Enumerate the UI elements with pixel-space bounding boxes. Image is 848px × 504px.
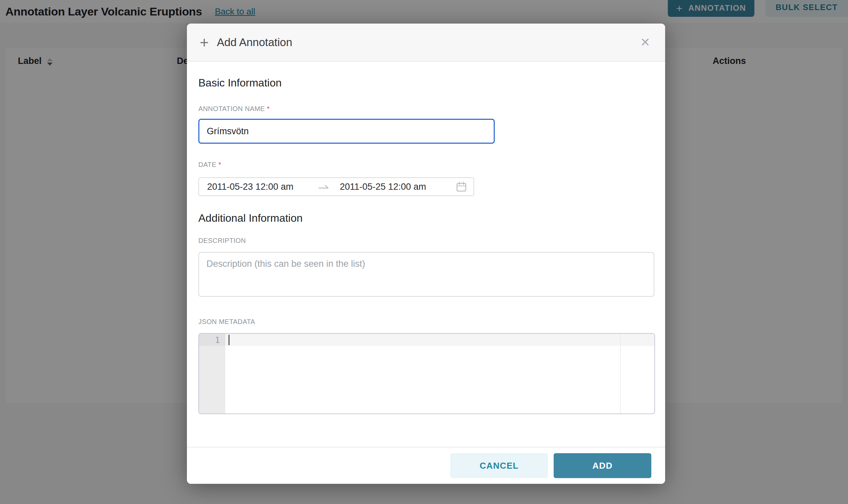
basic-information-heading: Basic Information — [198, 76, 654, 89]
editor-line-number: 1 — [199, 334, 225, 346]
editor-text-cursor — [228, 335, 230, 345]
modal-footer: CANCEL ADD — [187, 447, 665, 484]
annotation-layer-page: Annotation Layer Volcanic Eruptions Back… — [0, 0, 848, 504]
arrow-right-icon — [318, 183, 329, 191]
description-label: DESCRIPTION — [198, 236, 654, 245]
editor-active-line — [225, 334, 654, 346]
add-annotation-modal: + Add Annotation ✕ Basic Information ANN… — [187, 23, 665, 484]
close-icon[interactable]: ✕ — [640, 36, 650, 49]
date-range-end[interactable]: 2011-05-25 12:00 am — [340, 182, 426, 192]
date-range-start[interactable]: 2011-05-23 12:00 am — [207, 182, 318, 192]
required-asterisk: * — [267, 105, 270, 112]
json-metadata-label: JSON METADATA — [198, 318, 654, 326]
editor-print-margin — [620, 334, 621, 414]
additional-information-heading: Additional Information — [198, 212, 654, 224]
modal-body: Basic Information ANNOTATION NAME* DATE*… — [187, 61, 665, 414]
calendar-icon — [456, 181, 467, 192]
annotation-name-input[interactable] — [198, 119, 495, 144]
cancel-button[interactable]: CANCEL — [450, 453, 548, 478]
json-metadata-editor[interactable]: 1 — [198, 333, 655, 414]
annotation-name-label: ANNOTATION NAME* — [198, 105, 654, 113]
date-label: DATE* — [198, 161, 654, 168]
add-button[interactable]: ADD — [554, 453, 651, 478]
modal-title: Add Annotation — [217, 36, 292, 49]
editor-content-area[interactable] — [225, 334, 654, 414]
editor-line-number-gutter: 1 — [199, 334, 225, 414]
plus-icon: + — [200, 35, 209, 50]
date-range-picker[interactable]: 2011-05-23 12:00 am 2011-05-25 12:00 am — [198, 177, 474, 196]
modal-header: + Add Annotation ✕ — [187, 23, 665, 61]
description-textarea[interactable] — [198, 252, 654, 297]
required-asterisk: * — [218, 161, 221, 168]
